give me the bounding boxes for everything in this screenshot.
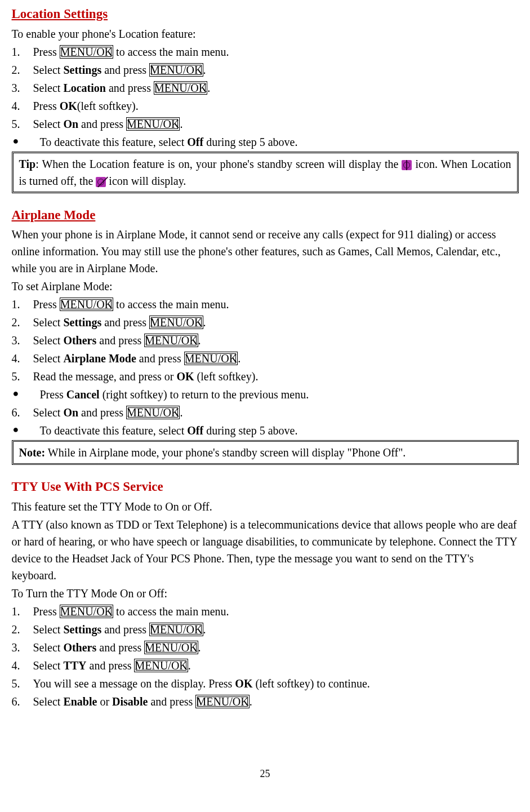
list-item: 3.Select Others and press MENU/OK. (12, 332, 519, 349)
list-item: 1.Press MENU/OK to access the main menu. (12, 603, 519, 620)
text: . (188, 659, 191, 672)
text: (left softkey). (77, 100, 139, 112)
text: to access the main menu. (113, 605, 229, 618)
note-box: Note: While in Airplane mode, your phone… (12, 440, 519, 465)
text: . (207, 82, 210, 94)
text: : When the Location feature is on, your … (35, 158, 402, 170)
menu-ok-key: MENU/OK (60, 45, 113, 59)
location-intro: To enable your phone's Location feature: (12, 25, 519, 42)
location-off-icon (96, 177, 106, 187)
heading-tty: TTY Use With PCS Service (12, 477, 519, 497)
text: TTY (63, 659, 86, 672)
text: to access the main menu. (113, 298, 229, 310)
tip-box: Tip: When the Location feature is on, yo… (12, 152, 519, 193)
menu-ok-key: MENU/OK (60, 298, 113, 311)
text: Press (40, 388, 66, 401)
text: . (250, 695, 252, 708)
text: Settings (63, 623, 101, 636)
airplane-intro: To set Airplane Mode: (12, 278, 519, 295)
text: Off (187, 424, 203, 437)
text: . (203, 316, 206, 329)
text: Settings (63, 64, 101, 76)
text: Select (33, 64, 64, 76)
text: On (63, 118, 78, 130)
location-on-icon (402, 160, 412, 170)
text: On (63, 406, 78, 419)
text: Cancel (66, 388, 100, 401)
menu-ok-key: MENU/OK (149, 316, 203, 329)
text: during step 5 above. (203, 424, 297, 437)
text: Select (33, 406, 64, 419)
text: . (198, 334, 201, 347)
airplane-para: When your phone is in Airplane Mode, it … (12, 226, 519, 277)
tty-intro: To Turn the TTY Mode On or Off: (12, 585, 519, 602)
menu-ok-key: MENU/OK (184, 352, 238, 365)
list-item: 5.Select On and press MENU/OK. (12, 116, 519, 132)
list-item: ●To deactivate this feature, select Off … (12, 134, 519, 150)
text: and press (78, 118, 126, 130)
list-item: 5.You will see a message on the display.… (12, 675, 519, 692)
text: You will see a message on the display. P… (33, 677, 235, 690)
text: Enable (63, 695, 97, 708)
text: . (238, 352, 240, 365)
text: and press (87, 659, 135, 672)
menu-ok-key: MENU/OK (126, 117, 180, 131)
text: and press (78, 406, 126, 419)
text: Read the message, and press or (33, 370, 177, 383)
menu-ok-key: MENU/OK (144, 641, 198, 654)
text: Others (63, 641, 96, 654)
text: Location (63, 82, 106, 94)
menu-ok-key: MENU/OK (149, 623, 203, 636)
list-item: 1.Press MENU/OK to access the main menu. (12, 43, 519, 60)
text: Select (33, 352, 64, 365)
text: Select (33, 623, 64, 636)
text: Press (33, 46, 60, 58)
text: and press (96, 641, 144, 654)
text: . (180, 406, 182, 419)
text: and press (136, 352, 184, 365)
menu-ok-key: MENU/OK (134, 659, 188, 672)
text: Press (33, 605, 60, 618)
text: OK (60, 100, 77, 112)
text: Select (33, 659, 64, 672)
list-item: 2.Select Settings and press MENU/OK. (12, 61, 519, 78)
text: and press (96, 334, 144, 347)
tty-para2: A TTY (also known as TDD or Text Telepho… (12, 516, 519, 584)
text: . (180, 118, 182, 130)
list-item: 3.Select Others and press MENU/OK. (12, 639, 519, 656)
list-item: 4.Select Airplane Mode and press MENU/OK… (12, 350, 519, 367)
text: OK (235, 677, 252, 690)
text: While in Airplane mode, your phone's sta… (45, 446, 406, 459)
text: (left softkey). (194, 370, 259, 383)
text: Select (33, 118, 64, 130)
text: Press (33, 298, 60, 310)
menu-ok-key: MENU/OK (149, 63, 203, 77)
heading-airplane-mode: Airplane Mode (12, 206, 519, 225)
text: Press (33, 100, 60, 112)
text: or (97, 695, 112, 708)
note-label: Note: (19, 446, 46, 459)
tty-para1: This feature set the TTY Mode to On or O… (12, 498, 519, 515)
text: To deactivate this feature, select (40, 424, 188, 437)
airplane-steps: 1.Press MENU/OK to access the main menu.… (12, 296, 519, 439)
list-item: 6.Select On and press MENU/OK. (12, 404, 519, 421)
text: (right softkey) to return to the previou… (100, 388, 309, 401)
list-item: 6.Select Enable or Disable and press MEN… (12, 693, 519, 710)
tty-steps: 1.Press MENU/OK to access the main menu.… (12, 603, 519, 710)
text: Off (187, 136, 203, 148)
text: (left softkey) to continue. (252, 677, 369, 690)
tip-label: Tip (19, 158, 36, 170)
text: Select (33, 334, 64, 347)
list-item: 4.Select TTY and press MENU/OK. (12, 657, 519, 674)
list-item: 2.Select Settings and press MENU/OK. (12, 314, 519, 331)
list-item: 3.Select Location and press MENU/OK. (12, 79, 519, 96)
menu-ok-key: MENU/OK (154, 81, 207, 95)
menu-ok-key: MENU/OK (60, 605, 113, 618)
text: OK (176, 370, 194, 383)
location-steps: 1.Press MENU/OK to access the main menu.… (12, 43, 519, 150)
heading-location-settings: Location Settings (12, 5, 519, 24)
menu-ok-key: MENU/OK (195, 695, 249, 708)
list-item: 2.Select Settings and press MENU/OK. (12, 621, 519, 638)
text: and press (101, 316, 149, 329)
text: Disable (112, 695, 148, 708)
